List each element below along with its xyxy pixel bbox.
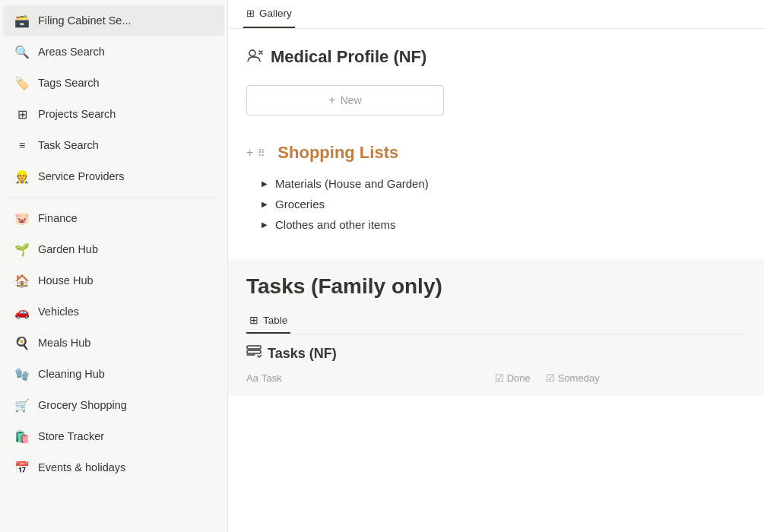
sidebar-item-service-providers[interactable]: 👷 Service Providers [3,161,224,192]
sidebar-item-events-holidays[interactable]: 📅 Events & holidays [3,452,224,483]
sidebar-item-label: Store Tracker [38,430,104,442]
done-col-label: Done [507,372,531,384]
grocery-shopping-icon: 🛒 [14,397,30,413]
shopping-lists-section: + ⠿ Shopping Lists ▶ Materials (House an… [228,128,764,247]
sidebar-item-label: Areas Search [38,46,105,58]
add-section-icon[interactable]: + [246,146,253,160]
drag-handle-icon[interactable]: ⠿ [258,147,265,159]
garden-hub-icon: 🌱 [14,241,30,258]
sidebar-item-label: Task Search [38,139,99,151]
table-tab-label: Table [263,315,287,326]
tags-search-icon: 🏷️ [14,74,30,91]
new-button-label: New [341,94,362,106]
gallery-tab-bar: ⊞ Gallery [228,0,764,29]
meals-hub-icon: 🍳 [14,334,30,351]
someday-col-label: Someday [558,372,600,384]
task-col-label: Task [262,372,282,384]
tasks-subtitle-icon [246,345,262,362]
events-holidays-icon: 📅 [14,459,30,476]
list-arrow-icon: ▶ [262,200,268,208]
main-content: ⊞ Gallery Medical Profile (NF) + New [228,0,764,532]
shopping-lists-header: + ⠿ Shopping Lists [246,143,746,163]
sidebar-item-label: Vehicles [38,306,79,318]
sidebar-item-label: Grocery Shopping [38,399,127,411]
sidebar-item-finance[interactable]: 🐷 Finance [3,203,224,233]
sidebar-item-cleaning-hub[interactable]: 🧤 Cleaning Hub [3,359,224,389]
sidebar-item-vehicles[interactable]: 🚗 Vehicles [3,296,224,327]
tasks-subtitle-text: Tasks (NF) [268,346,337,362]
list-item-label: Clothes and other items [275,218,395,231]
column-done: ☑ Done [495,372,531,384]
shopping-lists-controls: + ⠿ [246,146,265,160]
new-button-plus-icon: + [328,93,335,107]
sidebar-item-tags-search[interactable]: 🏷️ Tags Search [3,68,224,98]
medical-profile-title: Medical Profile (NF) [246,47,746,67]
list-item-label: Groceries [275,198,325,211]
svg-rect-2 [247,350,261,353]
sidebar: 🗃️ Filing Cabinet Se... 🔍 Areas Search 🏷… [0,0,228,532]
list-item-label: Materials (House and Garden) [275,177,429,190]
tasks-section: Tasks (Family only) ⊞ Table Tasks (NF) A… [228,259,764,396]
sidebar-item-label: Finance [38,212,78,224]
sidebar-divider [8,197,220,198]
tasks-subtitle: Tasks (NF) [246,334,746,362]
sidebar-item-garden-hub[interactable]: 🌱 Garden Hub [3,234,224,264]
new-button[interactable]: + New [246,85,444,116]
vehicles-icon: 🚗 [14,303,30,320]
task-search-icon: ≡ [14,137,30,154]
shopping-lists-title: Shopping Lists [277,143,398,163]
tasks-columns: Aa Task ☑ Done ☑ Someday [246,368,746,384]
tab-table[interactable]: ⊞ Table [246,308,290,334]
sidebar-item-label: House Hub [38,274,94,287]
medical-profile-title-text: Medical Profile (NF) [271,47,426,67]
list-item-clothes[interactable]: ▶ Clothes and other items [246,214,746,235]
task-col-type-icon: Aa [246,372,258,384]
someday-col-type-icon: ☑ [546,372,555,384]
list-arrow-icon: ▶ [262,220,268,229]
sidebar-item-label: Projects Search [38,108,116,120]
medical-profile-section: Medical Profile (NF) [228,29,764,85]
sidebar-item-label: Garden Hub [38,243,98,255]
sidebar-item-meals-hub[interactable]: 🍳 Meals Hub [3,328,224,358]
sidebar-item-areas-search[interactable]: 🔍 Areas Search [3,36,224,67]
sidebar-item-grocery-shopping[interactable]: 🛒 Grocery Shopping [3,390,224,420]
sidebar-item-store-tracker[interactable]: 🛍️ Store Tracker [3,421,224,451]
sidebar-item-projects-search[interactable]: ⊞ Projects Search [3,99,224,129]
store-tracker-icon: 🛍️ [14,428,30,445]
house-hub-icon: 🏠 [14,272,30,289]
sidebar-item-label: Cleaning Hub [38,368,105,380]
sidebar-item-label: Service Providers [38,170,125,182]
new-button-container: + New [228,85,764,128]
sidebar-item-task-search[interactable]: ≡ Task Search [3,130,224,160]
sidebar-item-label: Filing Cabinet Se... [38,14,132,27]
sidebar-item-filing-cabinet[interactable]: 🗃️ Filing Cabinet Se... [3,5,224,36]
gallery-tab-icon: ⊞ [246,8,255,19]
tasks-title: Tasks (Family only) [246,274,746,299]
service-providers-icon: 👷 [14,168,30,185]
svg-point-0 [249,50,255,56]
filing-cabinet-icon: 🗃️ [14,12,30,29]
projects-search-icon: ⊞ [14,106,30,122]
sidebar-item-label: Tags Search [38,77,100,89]
list-arrow-icon: ▶ [262,179,268,188]
medical-profile-icon [246,48,265,67]
list-item-materials[interactable]: ▶ Materials (House and Garden) [246,173,746,194]
sidebar-item-label: Events & holidays [38,461,125,473]
svg-rect-1 [247,346,261,349]
column-task: Aa Task [246,372,282,384]
list-item-groceries[interactable]: ▶ Groceries [246,194,746,214]
tasks-tab-bar: ⊞ Table [246,308,746,334]
column-someday: ☑ Someday [546,372,600,384]
finance-icon: 🐷 [14,210,30,226]
areas-search-icon: 🔍 [14,43,30,60]
sidebar-item-label: Meals Hub [38,337,90,349]
done-col-type-icon: ☑ [495,372,504,384]
gallery-tab-label: Gallery [259,8,292,19]
sidebar-item-house-hub[interactable]: 🏠 House Hub [3,265,224,296]
table-tab-icon: ⊞ [249,314,258,326]
tab-gallery[interactable]: ⊞ Gallery [243,0,295,28]
cleaning-hub-icon: 🧤 [14,366,30,382]
